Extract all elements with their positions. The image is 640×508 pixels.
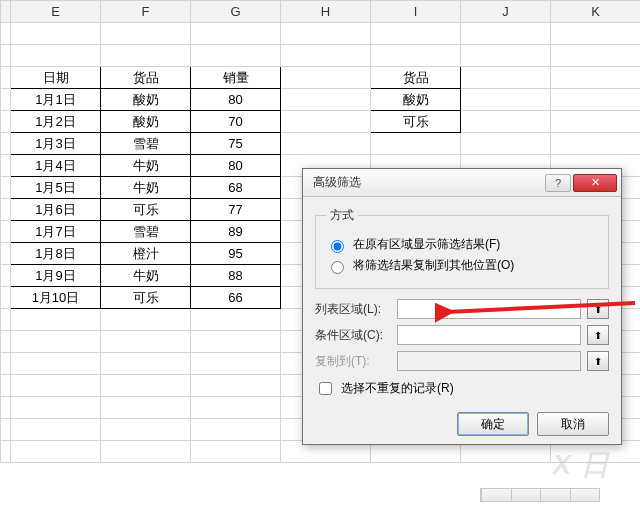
col-header[interactable]: I (371, 1, 461, 23)
method-legend: 方式 (326, 207, 358, 224)
unique-records-checkbox[interactable] (319, 382, 332, 395)
cell[interactable]: 1月3日 (11, 133, 101, 155)
col-header[interactable]: G (191, 1, 281, 23)
radio-filter-inplace-label: 在原有区域显示筛选结果(F) (353, 236, 500, 253)
list-range-label: 列表区域(L): (315, 301, 391, 318)
col-header[interactable]: H (281, 1, 371, 23)
criteria-range-label: 条件区域(C): (315, 327, 391, 344)
col-header[interactable]: F (101, 1, 191, 23)
cell[interactable]: 牛奶 (101, 155, 191, 177)
copy-to-input (397, 351, 581, 371)
table1-header-product[interactable]: 货品 (101, 67, 191, 89)
criteria-range-picker-icon[interactable]: ⬆ (587, 325, 609, 345)
cell[interactable]: 酸奶 (101, 111, 191, 133)
horizontal-scrollbar[interactable] (480, 488, 600, 502)
cell[interactable]: 可乐 (101, 287, 191, 309)
cell[interactable]: 牛奶 (101, 177, 191, 199)
table1-header-date[interactable]: 日期 (11, 67, 101, 89)
cell[interactable]: 1月6日 (11, 199, 101, 221)
table1-header-sales[interactable]: 销量 (191, 67, 281, 89)
cell[interactable]: 1月2日 (11, 111, 101, 133)
cell[interactable]: 雪碧 (101, 221, 191, 243)
criteria-range-input[interactable] (397, 325, 581, 345)
col-header[interactable]: J (461, 1, 551, 23)
cell[interactable]: 77 (191, 199, 281, 221)
cell[interactable]: 68 (191, 177, 281, 199)
dialog-titlebar[interactable]: 高级筛选 ? ✕ (303, 169, 621, 197)
column-header-row: E F G H I J K (1, 1, 641, 23)
table2-header-product[interactable]: 货品 (371, 67, 461, 89)
cell[interactable]: 1月8日 (11, 243, 101, 265)
help-button[interactable]: ? (545, 174, 571, 192)
dialog-title: 高级筛选 (313, 174, 543, 191)
cell[interactable]: 89 (191, 221, 281, 243)
copy-to-picker-icon[interactable]: ⬆ (587, 351, 609, 371)
cell[interactable]: 橙汁 (101, 243, 191, 265)
cell[interactable]: 雪碧 (101, 133, 191, 155)
method-fieldset: 方式 在原有区域显示筛选结果(F) 将筛选结果复制到其他位置(O) (315, 207, 609, 289)
cell[interactable]: 75 (191, 133, 281, 155)
cell[interactable]: 1月5日 (11, 177, 101, 199)
col-header[interactable]: K (551, 1, 641, 23)
cell[interactable]: 酸奶 (371, 89, 461, 111)
cell[interactable]: 酸奶 (101, 89, 191, 111)
advanced-filter-dialog: 高级筛选 ? ✕ 方式 在原有区域显示筛选结果(F) 将筛选结果复制到其他位置(… (302, 168, 622, 445)
cell[interactable]: 1月9日 (11, 265, 101, 287)
list-range-picker-icon[interactable]: ⬆ (587, 299, 609, 319)
cell[interactable]: 1月1日 (11, 89, 101, 111)
cell[interactable]: 88 (191, 265, 281, 287)
cell[interactable]: 80 (191, 89, 281, 111)
cell[interactable]: 95 (191, 243, 281, 265)
cell[interactable]: 66 (191, 287, 281, 309)
cell[interactable]: 可乐 (101, 199, 191, 221)
corner-cell[interactable] (1, 1, 11, 23)
cell[interactable]: 可乐 (371, 111, 461, 133)
cancel-button[interactable]: 取消 (537, 412, 609, 436)
ok-button[interactable]: 确定 (457, 412, 529, 436)
unique-records-label: 选择不重复的记录(R) (341, 380, 454, 397)
radio-filter-inplace[interactable] (331, 240, 344, 253)
cell[interactable]: 1月10日 (11, 287, 101, 309)
close-button[interactable]: ✕ (573, 174, 617, 192)
radio-copy-elsewhere-label: 将筛选结果复制到其他位置(O) (353, 257, 514, 274)
cell[interactable]: 牛奶 (101, 265, 191, 287)
cell[interactable]: 70 (191, 111, 281, 133)
cell[interactable]: 80 (191, 155, 281, 177)
copy-to-label: 复制到(T): (315, 353, 391, 370)
radio-copy-elsewhere[interactable] (331, 261, 344, 274)
col-header[interactable]: E (11, 1, 101, 23)
list-range-input[interactable] (397, 299, 581, 319)
cell[interactable]: 1月7日 (11, 221, 101, 243)
cell[interactable]: 1月4日 (11, 155, 101, 177)
